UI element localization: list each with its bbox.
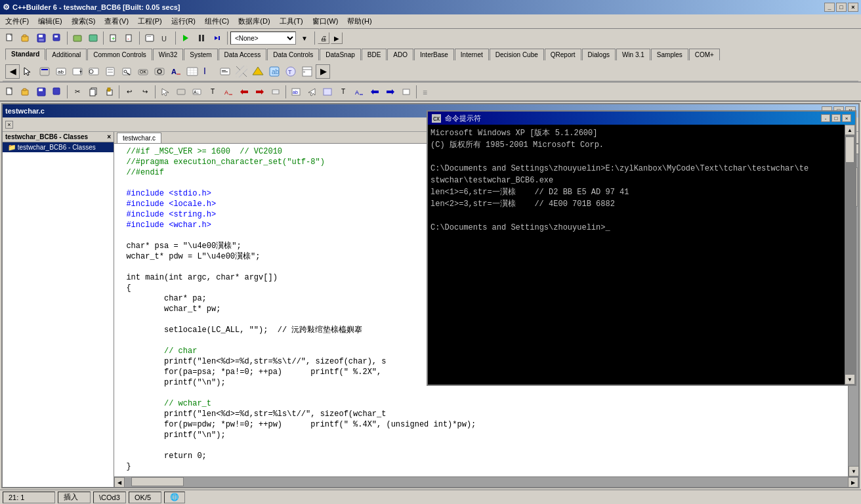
minimize-button[interactable]: _ [824, 3, 835, 12]
debug-icon-3[interactable]: A↓ [190, 85, 204, 99]
palette-right-arrow[interactable]: ▶ [316, 64, 330, 79]
save-all-button[interactable] [50, 31, 64, 45]
open-project-button[interactable] [70, 31, 85, 45]
h-scroll-thumb[interactable] [131, 477, 184, 486]
redo-button[interactable]: ↪ [138, 85, 152, 99]
cmd-scroll-thumb[interactable] [845, 136, 854, 163]
palette-icon-11[interactable]: I [201, 64, 217, 79]
tab-bde[interactable]: BDE [362, 49, 387, 60]
pause-button[interactable] [194, 31, 209, 45]
tab-dialogs[interactable]: Dialogs [582, 49, 616, 60]
debug-icon-10[interactable] [304, 85, 319, 99]
h-scroll-left-btn[interactable]: ◀ [114, 477, 125, 487]
tab-qreport[interactable]: QReport [545, 49, 581, 60]
debug-icon-13[interactable]: A [352, 85, 366, 99]
tree-collapse-btn[interactable]: × [5, 121, 13, 129]
new-button[interactable] [3, 31, 17, 45]
file-tree-item-main[interactable]: 📁 testwchar_BCB6 - Classes [3, 142, 114, 152]
paste-button[interactable] [102, 85, 116, 99]
close-button[interactable]: × [848, 3, 858, 12]
context-dropdown[interactable]: <None> [230, 32, 296, 45]
print-button[interactable]: 🖨 [318, 32, 329, 44]
tab-win31[interactable]: Win 3.1 [616, 49, 650, 60]
menu-tools[interactable]: 工具(T) [276, 15, 307, 28]
debug-icon-4[interactable]: T [205, 85, 220, 99]
palette-icon-14[interactable] [250, 64, 266, 79]
debug-icon-11[interactable] [320, 85, 335, 99]
maximize-button[interactable]: □ [836, 3, 847, 12]
undo-button[interactable]: ↩ [122, 85, 136, 99]
tab-common-controls[interactable]: Common Controls [87, 49, 152, 60]
run-button[interactable] [178, 31, 193, 45]
step-over-button[interactable] [210, 31, 224, 45]
debug-icon-2[interactable] [174, 85, 188, 99]
save-all2-button[interactable] [50, 85, 64, 99]
menu-help[interactable]: 帮助(H) [343, 15, 375, 28]
toggle-form-button[interactable] [142, 31, 157, 45]
open2-button[interactable] [18, 85, 33, 99]
palette-icon-4[interactable] [86, 64, 102, 79]
palette-icon-3[interactable] [70, 64, 85, 79]
cmd-scroll-up-btn[interactable]: ▲ [845, 125, 855, 135]
palette-icon-15[interactable]: ab [266, 64, 282, 79]
extra-button[interactable]: ▶ [331, 32, 343, 44]
tab-interbase[interactable]: InterBase [414, 49, 454, 60]
debug-icon-6[interactable] [237, 85, 251, 99]
tab-samples[interactable]: Samples [651, 49, 688, 60]
tab-win32[interactable]: Win32 [153, 49, 183, 60]
save2-button[interactable] [34, 85, 49, 99]
file-tree-close[interactable]: × [107, 133, 111, 140]
remove-file-button[interactable]: - [122, 31, 136, 45]
palette-icon-2[interactable]: ab [53, 64, 69, 79]
toggle-unit-button[interactable]: U [158, 31, 173, 45]
palette-icon-1[interactable] [37, 64, 52, 79]
tab-additional[interactable]: Additional [46, 49, 87, 60]
palette-icon-8[interactable] [152, 64, 167, 79]
new2-button[interactable] [3, 85, 17, 99]
cmd-close-btn[interactable]: × [842, 114, 851, 122]
palette-cursor-tool[interactable] [20, 64, 36, 79]
menu-run[interactable]: 运行(R) [167, 15, 200, 28]
debug-icon-8[interactable] [268, 85, 283, 99]
tab-system[interactable]: System [184, 49, 217, 60]
save-project-button[interactable] [86, 31, 100, 45]
combo-dropdown-btn[interactable]: ▼ [297, 31, 312, 45]
scroll-down-btn[interactable]: ▼ [849, 466, 858, 476]
menu-view[interactable]: 查看(V) [100, 15, 133, 28]
palette-icon-12[interactable] [217, 64, 233, 79]
debug-icon-16[interactable] [399, 85, 413, 99]
palette-left-arrow[interactable]: ◀ [5, 64, 20, 79]
debug-icon-17[interactable]: ≡ [419, 85, 434, 99]
code-tab-file[interactable]: testwchar.c [117, 133, 161, 143]
menu-file[interactable]: 文件(F) [1, 15, 33, 28]
palette-icon-13[interactable] [234, 64, 249, 79]
debug-icon-1[interactable] [158, 85, 173, 99]
cut-button[interactable]: ✂ [70, 85, 85, 99]
tab-data-access[interactable]: Data Access [219, 49, 267, 60]
debug-icon-7[interactable] [253, 85, 267, 99]
menu-project[interactable]: 工程(P) [134, 15, 166, 28]
tab-data-controls[interactable]: Data Controls [267, 49, 319, 60]
tab-ado[interactable]: ADO [387, 49, 413, 60]
debug-icon-12[interactable]: T [336, 85, 350, 99]
menu-edit[interactable]: 编辑(E) [34, 15, 66, 28]
debug-icon-5[interactable]: A [221, 85, 236, 99]
h-scroll-right-btn[interactable]: ▶ [848, 477, 858, 487]
open-button[interactable] [18, 31, 33, 45]
debug-icon-9[interactable]: ab [289, 85, 303, 99]
debug-icon-15[interactable] [383, 85, 398, 99]
save-button[interactable] [34, 31, 49, 45]
palette-icon-10[interactable] [184, 64, 200, 79]
tab-datasnap[interactable]: DataSnap [320, 49, 360, 60]
palette-icon-6[interactable] [119, 64, 135, 79]
palette-icon-7[interactable]: OK [135, 64, 151, 79]
copy-button[interactable] [86, 85, 100, 99]
palette-icon-17[interactable] [299, 64, 315, 79]
palette-icon-16[interactable]: T [283, 64, 299, 79]
tab-decision-cube[interactable]: Decision Cube [490, 49, 544, 60]
cmd-scroll-down-btn[interactable]: ▼ [845, 374, 855, 385]
add-file-button[interactable]: + [106, 31, 121, 45]
menu-search[interactable]: 搜索(S) [68, 15, 100, 28]
tab-internet[interactable]: Internet [455, 49, 489, 60]
palette-icon-9[interactable]: A [168, 64, 184, 79]
